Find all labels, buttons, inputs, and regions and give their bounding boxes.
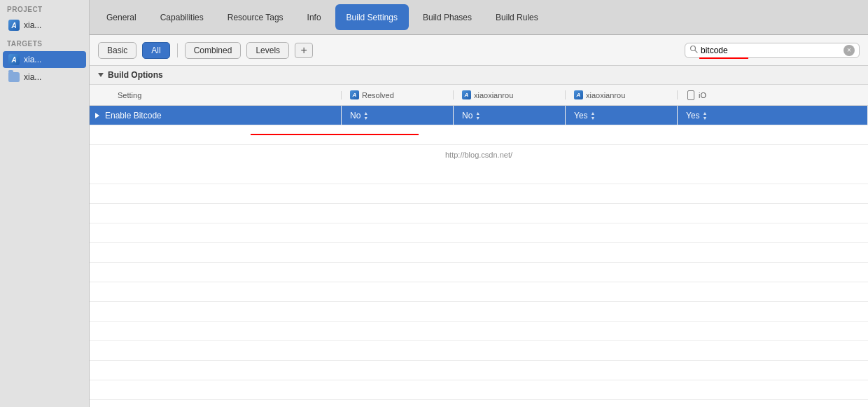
red-annotation-line xyxy=(251,134,419,135)
empty-row xyxy=(90,263,868,282)
all-button[interactable]: All xyxy=(142,42,169,59)
tab-resource-tags[interactable]: Resource Tags xyxy=(216,0,295,34)
bitcode-ios-value: Yes xyxy=(686,111,700,120)
main-area: General Capabilities Resource Tags Info … xyxy=(90,0,868,407)
empty-rows xyxy=(90,165,868,400)
sidebar: PROJECT xia... TARGETS xia... xia... xyxy=(0,0,90,407)
tab-info[interactable]: Info xyxy=(296,0,332,34)
col-header-resolved: Resolved xyxy=(342,90,454,99)
project-section-label: PROJECT xyxy=(0,0,89,16)
empty-row xyxy=(90,341,868,361)
col-header-target1: xiaoxianrou xyxy=(454,90,566,99)
section-collapse-triangle[interactable] xyxy=(98,73,104,77)
clear-search-button[interactable]: × xyxy=(844,45,855,56)
empty-row xyxy=(90,302,868,322)
tab-build-rules[interactable]: Build Rules xyxy=(484,0,550,34)
target1-stepper[interactable]: ▲ ▼ xyxy=(475,111,480,120)
xcode-project-icon xyxy=(8,20,20,31)
sidebar-project-label: xia... xyxy=(24,20,41,30)
col-header-target2: xiaoxianrou xyxy=(566,90,678,99)
tab-build-phases[interactable]: Build Phases xyxy=(412,0,483,34)
tab-build-settings[interactable]: Build Settings xyxy=(335,4,409,30)
bitcode-resolved-value: No xyxy=(350,111,360,120)
resolved-xcode-icon xyxy=(350,90,359,99)
empty-row xyxy=(90,361,868,380)
basic-button[interactable]: Basic xyxy=(98,42,136,59)
svg-line-1 xyxy=(695,50,697,53)
ios-stepper[interactable]: ▲ ▼ xyxy=(703,111,708,120)
target2-xcode-icon xyxy=(574,90,583,99)
search-icon xyxy=(690,45,698,55)
col-header-ios: iO xyxy=(678,90,868,100)
bitcode-setting-cell: Enable Bitcode xyxy=(90,106,342,125)
bitcode-label: Enable Bitcode xyxy=(105,111,162,120)
row-expand-triangle[interactable] xyxy=(95,113,99,118)
xcode-target1-icon xyxy=(8,54,20,65)
target1-xcode-icon xyxy=(462,90,471,99)
search-underline xyxy=(699,57,748,59)
sidebar-item-target2[interactable]: xia... xyxy=(3,69,86,85)
empty-row xyxy=(90,322,868,341)
sidebar-item-target1[interactable]: xia... xyxy=(3,51,86,68)
bitcode-resolved-cell: No ▲ ▼ xyxy=(342,106,454,125)
sidebar-target2-label: xia... xyxy=(24,72,41,82)
add-setting-button[interactable]: + xyxy=(295,43,313,58)
bitcode-ios-cell: Yes ▲ ▼ xyxy=(678,106,868,125)
folder-target2-icon xyxy=(8,72,20,82)
search-input[interactable] xyxy=(701,46,841,55)
section-title: Build Options xyxy=(108,70,163,80)
levels-button[interactable]: Levels xyxy=(246,42,289,59)
bitcode-target1-cell: No ▲ ▼ xyxy=(454,106,566,125)
top-nav: General Capabilities Resource Tags Info … xyxy=(90,0,868,35)
table-header: Setting Resolved xiaoxianrou xiaoxianrou xyxy=(90,85,868,106)
bitcode-target2-value: Yes xyxy=(574,111,588,120)
ios-icon xyxy=(686,90,696,100)
empty-row xyxy=(90,204,868,223)
bitcode-target2-cell: Yes ▲ ▼ xyxy=(566,106,678,125)
search-box: × xyxy=(685,43,860,58)
empty-row xyxy=(90,380,868,400)
url-text: http://blog.csdn.net/ xyxy=(90,145,868,165)
toolbar: Basic All Combined Levels + × xyxy=(90,35,868,66)
sidebar-target1-label: xia... xyxy=(24,55,41,64)
sidebar-item-project[interactable]: xia... xyxy=(3,17,86,34)
build-options-section-header: Build Options xyxy=(90,66,868,85)
bitcode-target1-value: No xyxy=(462,111,472,120)
empty-row xyxy=(90,282,868,302)
combined-button[interactable]: Combined xyxy=(185,42,241,59)
col-header-setting: Setting xyxy=(90,91,342,99)
target2-stepper[interactable]: ▲ ▼ xyxy=(591,111,596,120)
empty-row xyxy=(90,165,868,184)
empty-row xyxy=(90,243,868,263)
empty-row xyxy=(90,184,868,204)
tab-general[interactable]: General xyxy=(95,0,148,34)
content-area: Build Options Setting Resolved xiaoxianr… xyxy=(90,66,868,407)
resolved-stepper[interactable]: ▲ ▼ xyxy=(363,111,368,120)
enable-bitcode-row[interactable]: Enable Bitcode No ▲ ▼ No ▲ ▼ xyxy=(90,106,868,125)
toolbar-separator xyxy=(177,43,178,57)
annotation-row xyxy=(90,125,868,145)
tab-capabilities[interactable]: Capabilities xyxy=(149,0,215,34)
empty-row xyxy=(90,223,868,243)
targets-section-label: TARGETS xyxy=(0,34,89,50)
